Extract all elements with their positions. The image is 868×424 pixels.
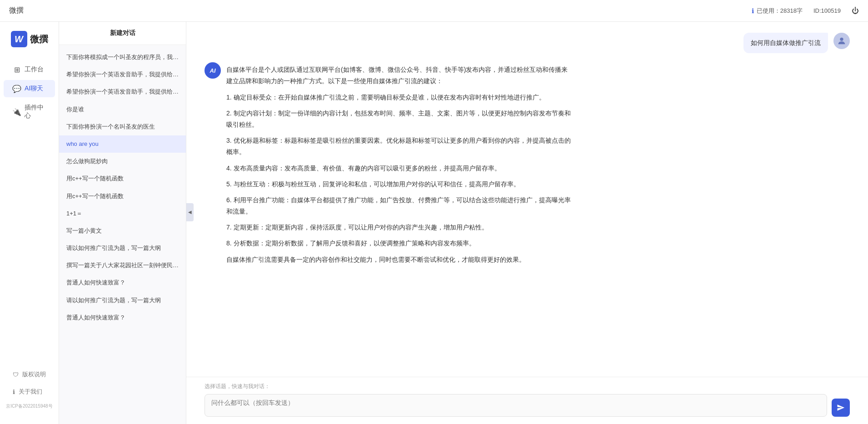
topbar-title: 微撰 [9, 6, 24, 15]
power-icon[interactable]: ⏻ [852, 7, 859, 15]
send-icon [837, 404, 845, 412]
chat-list-item[interactable]: who are you [59, 135, 186, 153]
chat-list-item[interactable]: 你是谁 [59, 101, 186, 118]
nav-bottom: 🛡 版权说明 ℹ 关于我们 京ICP备2022015948号 [0, 367, 59, 415]
input-row [205, 394, 850, 417]
usage-text: 已使用：28318字 [757, 7, 803, 15]
chat-list-item[interactable]: 怎么做狗屁炒肉 [59, 153, 186, 170]
main-layout: W 微撰 ⊞ 工作台 💬 AI聊天 🔌 插件中心 🛡 版权说明 ℹ [0, 22, 868, 424]
icp-text: 京ICP备2022015948号 [0, 401, 59, 411]
sidebar-item-aichat[interactable]: 💬 AI聊天 [4, 80, 55, 97]
id-label: ID:100519 [813, 7, 841, 14]
chat-list-item[interactable]: 普通人如何快速致富？ [59, 309, 186, 326]
logo-w-icon: W [11, 31, 27, 47]
new-chat-button[interactable]: 新建对话 [59, 22, 186, 45]
svg-point-0 [840, 38, 843, 41]
chat-list-item[interactable]: 下面你将模拟成一个叫圣友的程序员，我说... [59, 49, 186, 66]
sidebar-item-copyright[interactable]: 🛡 版权说明 [4, 367, 55, 382]
chat-main: 如何用自媒体做推广引流AI自媒体平台是个人或团队通过互联网平台(如博客、微博、微… [186, 22, 868, 424]
chat-list-item[interactable]: 普通人如何快速致富？ [59, 274, 186, 291]
sidebar-item-plugins[interactable]: 🔌 插件中心 [4, 99, 55, 125]
message-bubble: 自媒体平台是个人或团队通过互联网平台(如博客、微博、微信公众号、抖音、快手等)发… [226, 62, 572, 267]
topbar: 微撰 ℹ 已使用：28318字 ID:100519 ⏻ [0, 0, 868, 22]
send-button[interactable] [832, 399, 850, 417]
chat-list-item[interactable]: 撰写一篇关于八大家花园社区一刻钟便民生... [59, 257, 186, 274]
message-row: 如何用自媒体做推广引流 [205, 33, 850, 53]
chat-list: 下面你将模拟成一个叫圣友的程序员，我说...希望你扮演一个英语发音助手，我提供给… [59, 45, 186, 424]
message-bubble: 如何用自媒体做推广引流 [743, 33, 828, 53]
chat-list-item[interactable]: 请以如何推广引流为题，写一篇大纲 [59, 292, 186, 309]
chat-messages: 如何用自媒体做推广引流AI自媒体平台是个人或团队通过互联网平台(如博客、微博、微… [186, 22, 868, 377]
nav-bottom-label: 关于我们 [19, 388, 42, 396]
message-row: AI自媒体平台是个人或团队通过互联网平台(如博客、微博、微信公众号、抖音、快手等… [205, 62, 850, 267]
chat-input[interactable] [205, 394, 827, 417]
sidebar-collapse-button[interactable]: ◀ [186, 203, 194, 221]
logo-area: W 微撰 [11, 31, 48, 47]
shield-icon: 🛡 [13, 371, 19, 378]
nav-bottom-label: 版权说明 [22, 370, 46, 379]
quick-topic-label: 选择话题，快速与我对话： [205, 383, 850, 390]
plugin-icon: 🔌 [13, 108, 21, 116]
chat-list-item[interactable]: 希望你扮演一个英语发音助手，我提供给你... [59, 83, 186, 100]
chat-input-area: 选择话题，快速与我对话： [186, 377, 868, 424]
chat-sidebar: 新建对话 下面你将模拟成一个叫圣友的程序员，我说...希望你扮演一个英语发音助手… [59, 22, 186, 424]
topbar-right: ℹ 已使用：28318字 ID:100519 ⏻ [752, 7, 859, 15]
sidebar-item-about[interactable]: ℹ 关于我们 [4, 384, 55, 399]
info-circle-icon: ℹ [13, 389, 15, 395]
sidebar-item-label: 插件中心 [25, 104, 46, 120]
avatar [833, 33, 850, 49]
chat-list-item[interactable]: 写一篇小黄文 [59, 222, 186, 239]
grid-icon: ⊞ [13, 65, 21, 74]
chat-list-item[interactable]: 下面你将扮演一个名叫圣友的医生 [59, 118, 186, 135]
avatar: AI [205, 62, 221, 79]
chat-list-item[interactable]: 请以如何推广引流为题，写一篇大纲 [59, 239, 186, 257]
sidebar-item-label: AI聊天 [25, 85, 43, 93]
left-nav: W 微撰 ⊞ 工作台 💬 AI聊天 🔌 插件中心 🛡 版权说明 ℹ [0, 22, 59, 424]
sidebar-item-workbench[interactable]: ⊞ 工作台 [4, 61, 55, 78]
usage-info: ℹ 已使用：28318字 [752, 7, 803, 15]
info-icon: ℹ [752, 7, 754, 15]
logo-text: 微撰 [30, 33, 48, 45]
sidebar-item-label: 工作台 [25, 65, 44, 74]
chat-list-item[interactable]: 用c++写一个随机函数 [59, 170, 186, 187]
chat-list-item[interactable]: 希望你扮演一个英语发音助手，我提供给你... [59, 66, 186, 83]
chat-list-item[interactable]: 1+1＝ [59, 205, 186, 222]
chat-icon: 💬 [13, 85, 21, 93]
nav-items: ⊞ 工作台 💬 AI聊天 🔌 插件中心 [0, 61, 59, 367]
chat-list-item[interactable]: 用c++写一个随机函数 [59, 188, 186, 205]
